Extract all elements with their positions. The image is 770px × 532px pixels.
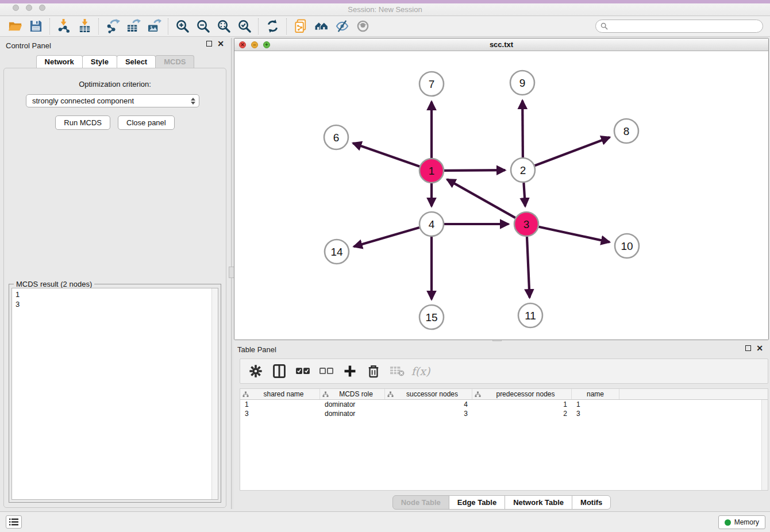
graph-edge[interactable] — [354, 228, 419, 246]
graph-node[interactable]: 1 — [419, 159, 444, 183]
table-cell-filler — [619, 400, 768, 409]
plus-icon — [342, 364, 357, 379]
home-layout-button[interactable] — [311, 18, 332, 35]
svg-text:10: 10 — [621, 240, 633, 252]
table-cell[interactable]: 3 — [572, 409, 619, 418]
table-cell[interactable]: 3 — [240, 409, 320, 418]
status-bar: Memory — [0, 511, 770, 532]
add-column-button[interactable] — [342, 364, 357, 379]
import-table-button[interactable] — [74, 18, 95, 35]
network-canvas[interactable]: 7968124314101511 — [234, 51, 768, 340]
memory-button[interactable]: Memory — [718, 515, 765, 529]
graph-node[interactable]: 3 — [514, 212, 538, 236]
graph-node[interactable]: 9 — [510, 71, 534, 95]
column-header-filler — [619, 389, 768, 399]
search-box[interactable] — [595, 20, 763, 33]
zoom-out-icon — [196, 19, 210, 33]
hierarchy-icon — [242, 391, 249, 398]
split-columns-button[interactable] — [272, 364, 287, 379]
import-network-button[interactable] — [53, 18, 74, 35]
table-cell[interactable]: 1 — [572, 400, 619, 409]
delete-table-icon — [390, 365, 405, 377]
table-tabs: Node Table Edge Table Network Table Moti… — [234, 495, 769, 510]
task-history-button[interactable] — [6, 515, 22, 529]
zoom-fit-button[interactable] — [213, 18, 234, 35]
close-panel-icon[interactable]: ✕ — [756, 345, 763, 351]
table-cell[interactable]: 1 — [472, 400, 572, 409]
close-panel-button[interactable]: Close panel — [118, 115, 175, 130]
graph-node[interactable]: 4 — [419, 212, 444, 236]
open-file-button[interactable] — [5, 18, 25, 35]
graph-edge[interactable] — [523, 183, 525, 206]
close-panel-icon[interactable]: ✕ — [217, 41, 224, 47]
graph-edge[interactable] — [527, 237, 530, 298]
tab-network-table[interactable]: Network Table — [505, 495, 572, 510]
graph-node[interactable]: 14 — [325, 240, 349, 264]
table-cell[interactable]: 4 — [385, 400, 472, 409]
table-cell[interactable]: 3 — [385, 409, 472, 418]
table-row[interactable]: 1dominator411 — [240, 400, 768, 409]
table-cell[interactable]: 2 — [472, 409, 572, 418]
export-table-button[interactable] — [123, 18, 144, 35]
run-mcds-button[interactable]: Run MCDS — [55, 115, 110, 130]
column-header-name[interactable]: name — [572, 389, 619, 399]
mcds-result-text[interactable]: 1 3 — [11, 288, 218, 500]
new-network-button[interactable] — [290, 18, 311, 35]
graph-edge[interactable] — [535, 137, 610, 165]
graph-edge[interactable] — [447, 179, 515, 218]
table-row[interactable]: 3dominator323 — [240, 409, 768, 418]
delete-column-button[interactable] — [366, 364, 381, 379]
import-network-icon — [57, 19, 71, 33]
graph-edge[interactable] — [444, 170, 505, 171]
tab-network[interactable]: Network — [36, 55, 83, 68]
graph-node[interactable]: 6 — [324, 125, 348, 149]
column-header-successor-nodes[interactable]: successor nodes — [385, 389, 472, 399]
show-details-button[interactable] — [352, 18, 373, 35]
select-all-rows-button[interactable] — [295, 364, 310, 379]
graph-node[interactable]: 7 — [419, 72, 444, 96]
table-cell[interactable]: dominator — [320, 400, 385, 409]
table-scrollbar[interactable] — [761, 400, 768, 490]
tab-motifs[interactable]: Motifs — [572, 495, 611, 510]
apply-function-button[interactable]: f(x) — [413, 364, 428, 379]
deselect-all-rows-button[interactable] — [319, 364, 334, 379]
delete-table-button[interactable] — [390, 364, 405, 379]
graph-node[interactable]: 2 — [511, 158, 535, 182]
table-settings-button[interactable] — [248, 364, 263, 379]
table-toolbar: f(x) — [240, 358, 768, 384]
tab-mcds[interactable]: MCDS — [155, 55, 194, 68]
tab-select[interactable]: Select — [117, 55, 156, 68]
network-window-titlebar[interactable]: ✕ − + scc.txt — [234, 38, 768, 51]
vertical-splitter[interactable] — [231, 38, 233, 509]
chevron-up-down-icon — [191, 98, 195, 105]
export-network-button[interactable] — [102, 18, 123, 35]
gear-icon — [248, 364, 263, 379]
hide-details-button[interactable] — [332, 18, 352, 35]
graph-edge[interactable] — [522, 101, 523, 157]
zoom-out-button[interactable] — [192, 18, 213, 35]
column-header-shared-name[interactable]: shared name — [240, 389, 320, 399]
table-cell[interactable]: dominator — [320, 409, 385, 418]
tab-edge-table[interactable]: Edge Table — [449, 495, 505, 510]
tab-style[interactable]: Style — [82, 55, 117, 68]
graph-node[interactable]: 8 — [614, 119, 638, 143]
result-scrollbar[interactable] — [211, 288, 218, 499]
optimization-criterion-dropdown[interactable]: strongly connected component — [26, 94, 199, 107]
column-header-predecessor-nodes[interactable]: predecessor nodes — [472, 389, 572, 399]
float-panel-icon[interactable] — [745, 345, 751, 351]
zoom-selected-button[interactable] — [234, 18, 255, 35]
graph-node[interactable]: 10 — [615, 234, 639, 258]
graph-node[interactable]: 11 — [518, 303, 542, 327]
zoom-in-button[interactable] — [172, 18, 192, 35]
table-cell[interactable]: 1 — [240, 400, 320, 409]
graph-edge[interactable] — [539, 227, 610, 242]
graph-edge[interactable] — [353, 143, 419, 167]
graph-node[interactable]: 15 — [419, 305, 444, 329]
export-image-button[interactable] — [144, 18, 164, 35]
tab-node-table[interactable]: Node Table — [392, 495, 449, 510]
save-session-button[interactable] — [25, 18, 46, 35]
column-header-mcds-role[interactable]: MCDS role — [320, 389, 385, 399]
refresh-layout-button[interactable] — [262, 18, 283, 35]
float-panel-icon[interactable] — [206, 41, 212, 47]
search-input[interactable] — [611, 22, 758, 30]
